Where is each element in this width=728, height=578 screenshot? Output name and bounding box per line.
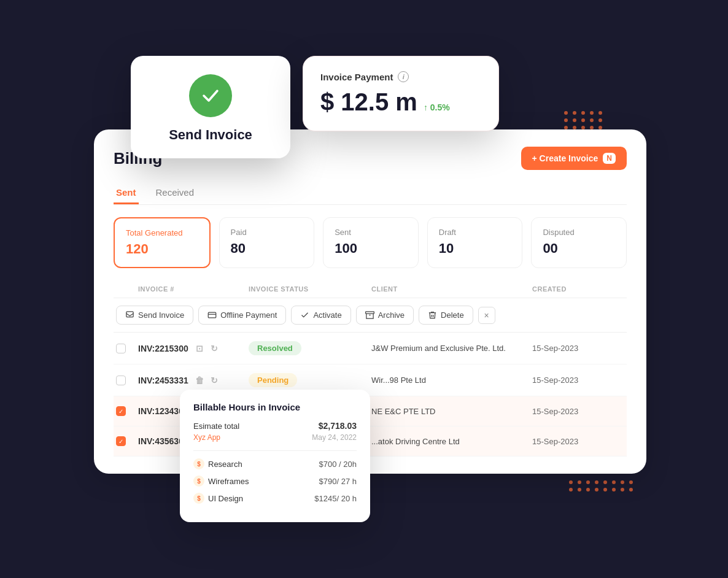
activate-icon: [300, 310, 309, 320]
col-checkbox: [116, 285, 138, 293]
svg-rect-1: [208, 312, 216, 318]
stat-paid[interactable]: Paid 80: [219, 217, 315, 268]
toolbar-close-btn[interactable]: ×: [478, 307, 495, 324]
invoice-created-2: 15-Sep-2023: [532, 407, 624, 416]
stat-total-generated[interactable]: Total Generated 120: [114, 217, 211, 268]
stat-total-generated-label: Total Generated: [126, 228, 198, 237]
create-invoice-button[interactable]: + Create Invoice N: [521, 147, 627, 170]
payment-icon: [207, 310, 217, 320]
create-invoice-label: + Create Invoice: [532, 153, 598, 163]
copy-icon: ⊡: [193, 342, 206, 355]
billable-item-0: $ Research $700 / 20h: [193, 458, 357, 469]
billable-app-name: Xyz App: [193, 433, 220, 442]
stat-paid-value: 80: [231, 241, 303, 256]
tab-received[interactable]: Received: [153, 182, 197, 204]
refresh-icon-1: ↻: [208, 374, 220, 387]
invoice-created-1: 15-Sep-2023: [532, 376, 624, 385]
invoice-client-2: NE E&C PTE LTD: [371, 407, 532, 416]
stat-disputed[interactable]: Disputed 00: [531, 217, 627, 268]
invoice-checkbox-1[interactable]: [116, 376, 126, 385]
billing-panel: Billing + Create Invoice N Sent Received…: [94, 129, 646, 474]
billable-item-left-0: $ Research: [193, 458, 242, 469]
invoice-row-0: INV:2215300 ⊡ ↻ Resolved J&W Premium and…: [114, 333, 627, 364]
invoice-icons-1: 🗑 ↻: [193, 374, 220, 387]
delete-small-icon: 🗑: [193, 374, 206, 387]
stat-draft-label: Draft: [439, 228, 511, 237]
svg-rect-3: [365, 312, 374, 314]
decorative-dots-top: [564, 111, 603, 129]
send-invoice-card-label: Send Invoice: [169, 127, 252, 143]
delete-icon: [428, 310, 437, 320]
scene: Send Invoice Invoice Payment i $ 12.5 m …: [57, 37, 671, 541]
invoice-status-0: Resolved: [249, 341, 371, 355]
action-toolbar: Send Invoice Offline Payment Activate Ar…: [114, 298, 627, 333]
billable-title: Billable Hours in Invoice: [193, 402, 357, 412]
stats-row: Total Generated 120 Paid 80 Sent 100 Dra…: [114, 217, 627, 268]
dollar-icon-1: $: [193, 476, 204, 487]
stat-draft-value: 10: [439, 241, 511, 256]
billable-item-1: $ Wireframes $790/ 27 h: [193, 476, 357, 487]
invoice-payment-amount: $ 12.5 m: [320, 88, 417, 116]
refresh-icon: ↻: [208, 342, 220, 355]
billable-hours-card: Billable Hours in Invoice Esimate total …: [180, 390, 370, 522]
billable-app-date: May 24, 2022: [312, 433, 357, 442]
status-badge-pending: Pending: [249, 373, 297, 387]
invoice-created-0: 15-Sep-2023: [532, 344, 624, 353]
dollar-icon-2: $: [193, 493, 204, 504]
delete-btn[interactable]: Delete: [419, 306, 473, 325]
send-invoice-action-btn[interactable]: Send Invoice: [116, 306, 193, 325]
create-invoice-badge: N: [603, 153, 616, 164]
invoice-payment-change: ↑ 0.5%: [424, 102, 450, 112]
billable-estimate-value: $2,718.03: [319, 421, 357, 431]
invoice-checkbox-3[interactable]: [116, 436, 126, 446]
invoice-payment-title: Invoice Payment: [320, 72, 393, 82]
invoice-created-3: 15-Sep-2023: [532, 437, 624, 446]
archive-icon: [365, 310, 374, 320]
table-header: INVOICE # INVOICE STATUS CLIENT CREATED: [114, 280, 627, 298]
col-invoice-num: INVOICE #: [138, 285, 249, 293]
stat-sent-value: 100: [335, 241, 407, 256]
col-created: CREATED: [532, 285, 624, 293]
activate-btn[interactable]: Activate: [291, 306, 350, 325]
invoice-payment-header: Invoice Payment i: [320, 71, 481, 82]
check-circle-icon: [189, 74, 232, 117]
stat-total-generated-value: 120: [126, 241, 198, 257]
stat-sent-label: Sent: [335, 228, 407, 237]
billable-estimate-row: Esimate total $2,718.03: [193, 421, 357, 431]
send-icon: [125, 310, 134, 320]
stat-disputed-value: 00: [543, 241, 615, 256]
stat-disputed-label: Disputed: [543, 228, 615, 237]
decorative-dots-bottom: [569, 480, 634, 491]
offline-payment-btn[interactable]: Offline Payment: [198, 306, 286, 325]
info-icon: i: [398, 71, 409, 82]
billable-item-left-2: $ UI Design: [193, 493, 243, 504]
invoice-checkbox-0[interactable]: [116, 344, 126, 353]
invoice-icons-0: ⊡ ↻: [193, 342, 220, 355]
stat-paid-label: Paid: [231, 228, 303, 237]
billing-tabs: Sent Received: [114, 182, 627, 205]
billable-app-row: Xyz App May 24, 2022: [193, 433, 357, 442]
invoice-status-1: Pending: [249, 373, 371, 387]
invoice-client-3: ...atok Driving Centre Ltd: [371, 437, 532, 446]
tab-sent[interactable]: Sent: [114, 182, 139, 204]
billable-divider: [193, 450, 357, 451]
invoice-number-0: INV:2215300 ⊡ ↻: [138, 342, 249, 355]
invoice-payment-card: Invoice Payment i $ 12.5 m ↑ 0.5%: [303, 56, 499, 131]
billable-estimate-label: Esimate total: [193, 422, 239, 431]
invoice-client-0: J&W Premium and Exclusive Pte. Ltd.: [371, 344, 532, 353]
invoice-client-1: Wir...98 Pte Ltd: [371, 376, 532, 385]
col-client: CLIENT: [371, 285, 532, 293]
invoice-checkbox-2[interactable]: [116, 406, 126, 416]
billable-item-left-1: $ Wireframes: [193, 476, 249, 487]
invoice-number-1: INV:2453331 🗑 ↻: [138, 374, 249, 387]
invoice-payment-amount-row: $ 12.5 m ↑ 0.5%: [320, 88, 481, 116]
billable-item-value-1: $790/ 27 h: [319, 477, 357, 486]
billable-item-2: $ UI Design $1245/ 20 h: [193, 493, 357, 504]
stat-draft[interactable]: Draft 10: [427, 217, 523, 268]
send-invoice-floating-card: Send Invoice: [131, 56, 290, 158]
billable-item-value-2: $1245/ 20 h: [314, 494, 357, 503]
archive-btn[interactable]: Archive: [356, 306, 414, 325]
billable-item-value-0: $700 / 20h: [319, 460, 357, 469]
status-badge-resolved: Resolved: [249, 341, 301, 355]
stat-sent[interactable]: Sent 100: [323, 217, 419, 268]
